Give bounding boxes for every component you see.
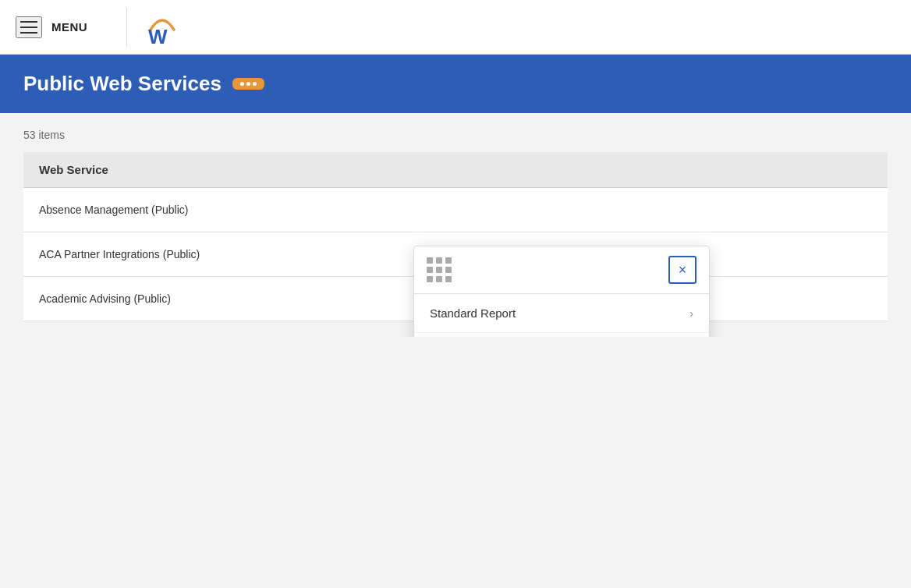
header-divider (126, 8, 127, 47)
menu-button[interactable] (16, 16, 42, 38)
workday-logo-icon: W (143, 8, 182, 47)
grid-dot (436, 267, 442, 273)
menu-line-2 (20, 27, 37, 28)
menu-label: MENU (51, 20, 87, 34)
main-content: 53 items Web Service Absence Management … (0, 113, 911, 337)
svg-text:W: W (148, 25, 168, 47)
more-options-button[interactable] (232, 78, 264, 90)
close-dropdown-button[interactable]: × (668, 256, 697, 284)
grid-dot (436, 257, 442, 264)
menu-line-1 (20, 21, 37, 23)
dot-2 (246, 82, 250, 86)
dropdown-item-label-standard-report: Standard Report (430, 306, 516, 320)
grid-icon (427, 257, 452, 282)
menu-line-3 (20, 32, 37, 34)
grid-dot (445, 276, 452, 282)
dot-3 (253, 82, 257, 86)
table-header-row: Web Service (23, 152, 888, 188)
dropdown-header: × (414, 246, 709, 294)
grid-dot (445, 267, 452, 273)
dropdown-item-audits[interactable]: Audits› (414, 333, 709, 337)
table-row[interactable]: Absence Management (Public) (23, 188, 888, 232)
grid-dot (427, 276, 433, 282)
grid-dot (427, 257, 433, 264)
dot-1 (240, 82, 244, 86)
chevron-right-icon: › (689, 307, 693, 320)
dropdown-items: Standard Report›Audits›Custom Report›Int… (414, 294, 709, 337)
items-count: 53 items (23, 129, 888, 141)
page-header-bar: Public Web Services (0, 55, 911, 113)
column-header-web-service: Web Service (23, 152, 888, 188)
dropdown-menu: × Standard Report›Audits›Custom Report›I… (413, 246, 710, 337)
grid-dot (436, 276, 442, 282)
dropdown-item-standard-report[interactable]: Standard Report› (414, 294, 709, 333)
app-logo: W (143, 8, 182, 47)
grid-dot (427, 267, 433, 273)
page-title: Public Web Services (23, 72, 222, 96)
table-cell-web-service: Absence Management (Public) (23, 188, 888, 232)
app-header: MENU W (0, 0, 911, 55)
grid-dot (445, 257, 452, 264)
